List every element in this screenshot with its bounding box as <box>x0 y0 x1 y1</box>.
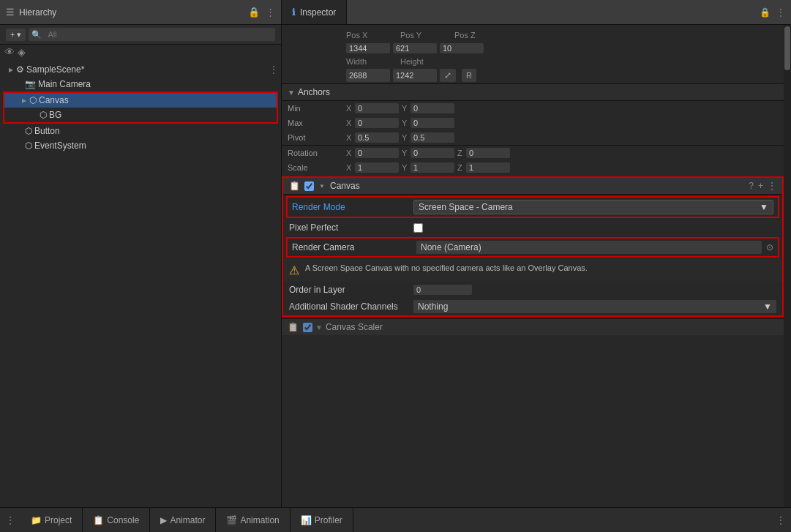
render-camera-row: Render Camera None (Camera) ⊙ <box>286 237 779 258</box>
cube-icon: ⬡ <box>25 126 32 136</box>
inspector-panel: ℹ Inspector 🔒 ⋮ Pos X Pos Y Pos Z <box>282 0 791 507</box>
height-input[interactable] <box>393 69 437 82</box>
tab-project[interactable]: 📁 Project <box>20 508 83 532</box>
tab-animator[interactable]: ▶ Animator <box>150 508 216 532</box>
size-values-row: ⤢ R <box>282 67 784 83</box>
canvas-scaler-checkbox[interactable] <box>303 323 312 332</box>
pixel-perfect-checkbox[interactable] <box>413 223 423 233</box>
anchors-min-row: Min X Y <box>282 101 784 116</box>
inspector-more-icon[interactable]: ⋮ <box>776 7 785 18</box>
tree-label: Button <box>34 126 60 136</box>
rotation-z[interactable] <box>466 148 510 158</box>
rotation-row: Rotation X Y Z <box>282 146 784 160</box>
pivot-x[interactable] <box>355 132 399 143</box>
list-icon: ☰ <box>6 7 15 18</box>
tab-profiler[interactable]: 📊 Profiler <box>290 508 353 532</box>
corner-menu-right-icon[interactable]: ⋮ <box>776 515 785 525</box>
tab-animator-label: Animator <box>170 515 205 525</box>
width-input[interactable] <box>346 69 390 82</box>
anchor-min-y[interactable] <box>411 103 454 113</box>
canvas-settings-icon[interactable]: + <box>758 181 763 191</box>
tab-profiler-label: Profiler <box>315 515 342 525</box>
render-mode-dropdown[interactable]: Screen Space - Camera ▼ <box>413 200 773 214</box>
tree-item-button[interactable]: ⬡ Button <box>0 124 281 138</box>
eye-icon[interactable]: 👁 <box>4 46 15 58</box>
tab-console[interactable]: 📋 Console <box>83 508 150 532</box>
order-in-layer-input[interactable] <box>413 285 472 295</box>
render-camera-value: None (Camera) <box>416 241 762 254</box>
tree-item-eventsystem[interactable]: ⬡ EventSystem <box>0 138 281 153</box>
hierarchy-more-icon[interactable]: ⋮ <box>266 7 275 18</box>
search-icon: 🔍 <box>31 30 42 40</box>
filter-icon[interactable]: ◈ <box>18 46 26 58</box>
hierarchy-toolbar: + ▾ 🔍 <box>0 25 281 45</box>
scale-x[interactable] <box>355 162 399 173</box>
pos-values-row <box>282 41 784 56</box>
rotation-y[interactable] <box>411 148 454 158</box>
scene-more-icon[interactable]: ⋮ <box>269 64 278 75</box>
canvas-scaler-label: Canvas Scaler <box>326 322 383 332</box>
tree-item-maincamera[interactable]: 📷 Main Camera <box>0 77 281 91</box>
anchors-section-header[interactable]: ▼ Anchors <box>282 83 784 101</box>
tree-label: Canvas <box>39 95 69 105</box>
inspector-scrollbar[interactable] <box>784 25 791 507</box>
tree-item-canvas[interactable]: ▶ ⬡ Canvas <box>4 93 277 108</box>
inspector-tab-label: Inspector <box>300 7 336 18</box>
tree-label: EventSystem <box>34 141 86 151</box>
canvas-scaler-expand[interactable]: ▼ <box>315 323 323 331</box>
canvas-component-icon: 📋 <box>289 181 300 191</box>
canvas-enable-checkbox[interactable] <box>304 181 314 191</box>
animator-icon: ▶ <box>160 515 167 525</box>
pivot-row: Pivot X Y <box>282 130 784 145</box>
tree-label: Main Camera <box>38 79 91 89</box>
scale-y[interactable] <box>411 162 454 173</box>
visibility-row: 👁 ◈ <box>0 45 281 59</box>
render-camera-picker-icon[interactable]: ⊙ <box>766 242 773 252</box>
pixel-perfect-row: Pixel Perfect <box>283 220 782 236</box>
pos-z-input[interactable] <box>440 43 484 53</box>
canvas-group: ▶ ⬡ Canvas ⬡ BG <box>3 91 278 124</box>
pos-y-input[interactable] <box>393 43 437 53</box>
cube-icon: ⬡ <box>25 141 32 151</box>
pivot-y[interactable] <box>411 132 454 143</box>
pos-x-header: Pos X <box>346 31 397 40</box>
console-icon: 📋 <box>93 515 104 525</box>
canvas-scaler-icon: 📋 <box>288 322 299 332</box>
shader-channels-dropdown[interactable]: Nothing ▼ <box>413 300 776 313</box>
add-button[interactable]: + ▾ <box>6 29 26 41</box>
shader-channels-value: Nothing <box>418 301 763 312</box>
dropdown-arrow-icon: ▼ <box>760 202 768 212</box>
project-icon: 📁 <box>31 515 42 525</box>
render-camera-label: Render Camera <box>292 242 416 252</box>
pos-x-input[interactable] <box>346 43 390 53</box>
tree-label: BG <box>49 110 61 120</box>
scrollbar-thumb[interactable] <box>784 26 790 70</box>
scale-z[interactable] <box>466 162 510 173</box>
resize-icon-btn[interactable]: ⤢ <box>440 69 456 82</box>
tree-item-bg[interactable]: ⬡ BG <box>4 108 277 122</box>
canvas-help-icon[interactable]: ? <box>749 181 754 191</box>
pos-z-header: Pos Z <box>454 31 506 40</box>
cube-icon: ⬡ <box>29 95 37 105</box>
search-input[interactable] <box>43 29 272 40</box>
anchor-min-x[interactable] <box>355 103 399 113</box>
anchor-max-x[interactable] <box>355 118 399 128</box>
render-mode-value: Screen Space - Camera <box>419 202 513 212</box>
hierarchy-panel: ☰ Hierarchy 🔒 ⋮ + ▾ 🔍 👁 ◈ <box>0 0 282 507</box>
order-in-layer-label: Order in Layer <box>289 285 413 295</box>
inspector-lock-icon[interactable]: 🔒 <box>760 7 771 18</box>
canvas-component-name: Canvas <box>330 181 749 191</box>
reset-btn[interactable]: R <box>462 69 476 82</box>
pos-header-row: Pos X Pos Y Pos Z <box>282 29 784 41</box>
anchor-max-y[interactable] <box>411 118 454 128</box>
tree-item-samplescene[interactable]: ▶ ⚙ SampleScene* ⋮ <box>0 62 281 77</box>
canvas-menu-icon[interactable]: ⋮ <box>768 181 776 191</box>
expand-icon[interactable]: ▶ <box>19 97 29 104</box>
tab-animation[interactable]: 🎬 Animation <box>216 508 290 532</box>
rotation-x[interactable] <box>355 148 399 158</box>
corner-menu-icon[interactable]: ⋮ <box>6 515 15 525</box>
inspector-tab[interactable]: ℹ Inspector <box>282 0 347 24</box>
canvas-expand-icon[interactable]: ▼ <box>317 183 327 190</box>
expand-icon[interactable]: ▶ <box>6 67 16 73</box>
lock-icon[interactable]: 🔒 <box>248 7 260 18</box>
